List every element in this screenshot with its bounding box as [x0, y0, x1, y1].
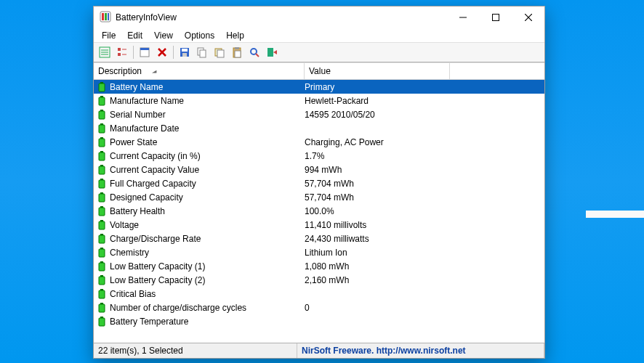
table-row[interactable]: Charge/Discharge Rate24,430 milliwatts [94, 232, 544, 245]
table-row[interactable]: Battery Health100.0% [94, 204, 544, 218]
view-list-icon[interactable] [114, 44, 130, 60]
svg-rect-56 [99, 235, 105, 243]
svg-rect-26 [217, 50, 224, 57]
row-value: Lithium Ion [305, 248, 544, 258]
column-headers: Description ◢ Value [94, 63, 544, 80]
svg-rect-68 [99, 318, 105, 326]
toolbar-separator [173, 46, 174, 59]
row-value: 0 [305, 303, 544, 313]
window-title: BatteryInfoView [116, 12, 177, 23]
row-description: Battery Health [110, 206, 305, 216]
row-description: Battery Temperature [110, 317, 305, 327]
copy-row-icon[interactable] [212, 44, 228, 60]
svg-rect-2 [105, 13, 107, 20]
svg-rect-12 [118, 48, 121, 51]
maximize-button[interactable] [479, 7, 512, 28]
battery-icon [97, 179, 107, 189]
row-value: 14595 2010/05/20 [305, 110, 544, 120]
table-row[interactable]: Full Charged Capacity57,704 mWh [94, 176, 544, 190]
row-value: 1,080 mWh [305, 261, 544, 272]
table-row[interactable]: Battery Temperature [94, 314, 544, 328]
row-value: 57,704 mWh [305, 179, 544, 189]
desktop: BatteryInfoView File Edit View Options H… [0, 0, 644, 363]
statusbar: 22 item(s), 1 Selected NirSoft Freeware.… [94, 343, 544, 358]
menu-view[interactable]: View [149, 30, 178, 41]
svg-point-30 [251, 49, 257, 54]
menu-file[interactable]: File [97, 30, 121, 41]
menu-help[interactable]: Help [221, 30, 249, 41]
list-body[interactable]: Battery NamePrimaryManufacture NameHewle… [94, 80, 544, 343]
toolbar [94, 42, 544, 62]
svg-line-31 [256, 54, 259, 57]
paste-icon[interactable] [229, 44, 245, 60]
svg-rect-50 [99, 194, 105, 202]
table-row[interactable]: Low Battery Capacity (2)2,160 mWh [94, 273, 544, 287]
svg-rect-40 [99, 125, 105, 133]
battery-icon [97, 289, 107, 299]
battery-icon [97, 220, 107, 230]
battery-icon [97, 137, 107, 147]
row-description: Low Battery Capacity (2) [110, 275, 305, 285]
table-row[interactable]: Voltage11,410 millivolts [94, 218, 544, 232]
row-description: Low Battery Capacity (1) [110, 261, 305, 272]
row-value: 11,410 millivolts [305, 220, 544, 230]
svg-rect-60 [99, 263, 105, 271]
table-row[interactable]: Battery NamePrimary [94, 80, 544, 94]
table-row[interactable]: Manufacture Date [94, 121, 544, 135]
titlebar[interactable]: BatteryInfoView [94, 7, 544, 28]
table-row[interactable]: Designed Capacity57,704 mWh [94, 190, 544, 204]
table-row[interactable]: Serial Number14595 2010/05/20 [94, 107, 544, 121]
row-description: Critical Bias [110, 289, 305, 299]
row-description: Manufacture Date [110, 123, 305, 134]
row-description: Manufacture Name [110, 96, 305, 106]
row-value: 994 mWh [305, 165, 544, 175]
row-value: 24,430 milliwatts [305, 234, 544, 244]
menu-edit[interactable]: Edit [122, 30, 148, 41]
battery-icon [97, 261, 107, 272]
svg-rect-54 [99, 221, 105, 229]
row-value: Primary [305, 82, 544, 92]
column-value[interactable]: Value [305, 63, 450, 79]
battery-icon [97, 96, 107, 106]
svg-rect-1 [102, 13, 104, 20]
properties-icon[interactable] [137, 44, 153, 60]
row-value: 57,704 mWh [305, 192, 544, 203]
column-description[interactable]: Description ◢ [94, 63, 305, 79]
delete-icon[interactable] [154, 44, 170, 60]
window-controls [446, 7, 544, 28]
table-row[interactable]: Current Capacity Value994 mWh [94, 163, 544, 176]
svg-rect-28 [235, 47, 239, 49]
close-button[interactable] [512, 7, 544, 28]
svg-rect-62 [99, 277, 105, 285]
row-value: Charging, AC Power [305, 137, 544, 147]
svg-rect-17 [140, 48, 149, 50]
svg-rect-66 [99, 304, 105, 312]
battery-icon [97, 234, 107, 244]
save-icon[interactable] [177, 44, 193, 60]
svg-rect-48 [99, 180, 105, 188]
find-icon[interactable] [246, 44, 262, 60]
svg-rect-46 [99, 166, 105, 174]
column-value-label: Value [309, 66, 331, 76]
table-row[interactable]: ChemistryLithium Ion [94, 245, 544, 259]
table-row[interactable]: Low Battery Capacity (1)1,080 mWh [94, 259, 544, 273]
svg-rect-29 [235, 51, 241, 57]
table-row[interactable]: Critical Bias [94, 287, 544, 301]
table-row[interactable]: Power StateCharging, AC Power [94, 135, 544, 149]
battery-icon [97, 165, 107, 175]
column-description-label: Description [98, 66, 142, 76]
table-row[interactable]: Number of charge/discharge cycles0 [94, 301, 544, 314]
row-value: 1.7% [305, 151, 544, 161]
table-row[interactable]: Manufacture NameHewlett-Packard [94, 94, 544, 107]
row-description: Designed Capacity [110, 192, 305, 203]
row-value: 2,160 mWh [305, 275, 544, 285]
battery-icon [97, 151, 107, 161]
view-details-icon[interactable] [97, 44, 113, 60]
exit-icon[interactable] [264, 44, 280, 60]
copy-icon[interactable] [194, 44, 210, 60]
battery-icon [97, 275, 107, 285]
battery-icon [97, 303, 107, 313]
menu-options[interactable]: Options [180, 30, 220, 41]
table-row[interactable]: Current Capacity (in %)1.7% [94, 149, 544, 163]
minimize-button[interactable] [446, 7, 479, 28]
